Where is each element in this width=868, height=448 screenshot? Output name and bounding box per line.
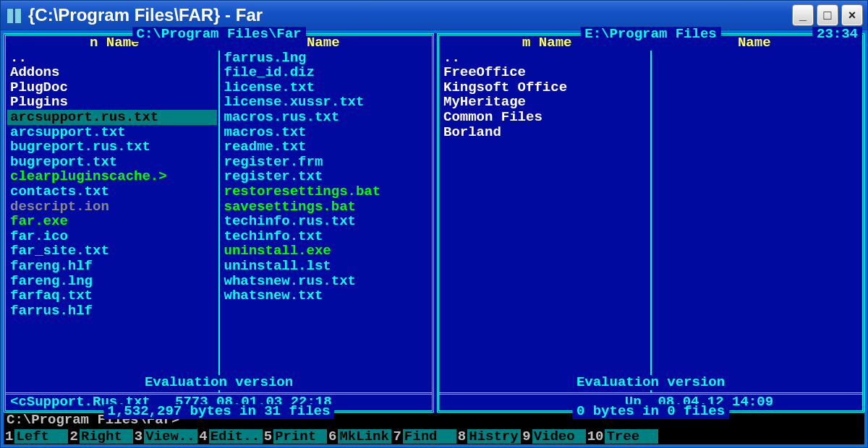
fkey-9[interactable]: 9Video — [521, 428, 585, 444]
file-item[interactable]: readme.txt — [221, 139, 431, 155]
fkey-10[interactable]: 10Tree — [586, 428, 659, 444]
fkey-4[interactable]: 4Edit.. — [197, 428, 262, 444]
right-col-0: ..FreeOfficeKingsoft OfficeMyHeritageCom… — [439, 51, 652, 392]
fkey-number: 7 — [391, 429, 402, 444]
file-item[interactable]: whatsnew.rus.txt — [221, 274, 431, 289]
file-item[interactable]: savesettings.bat — [221, 199, 431, 215]
file-item[interactable]: .. — [441, 51, 649, 66]
fkey-number: 8 — [456, 429, 467, 444]
fkey-number: 1 — [4, 429, 14, 444]
file-item[interactable]: file_id.diz — [221, 65, 431, 80]
fkey-5[interactable]: 5Print — [263, 428, 327, 444]
file-item[interactable]: Common Files — [441, 110, 649, 125]
console: C:\Program Files\Far Evaluation version … — [1, 30, 867, 447]
file-item[interactable]: Addons — [7, 65, 217, 80]
fkey-label: View.. — [144, 429, 197, 444]
fkey-7[interactable]: 7Find — [391, 428, 456, 444]
function-key-bar: 1Left 2Right 3View..4Edit..5Print 6MkLin… — [4, 428, 864, 444]
app-icon — [7, 7, 21, 24]
file-item[interactable]: PlugDoc — [7, 80, 217, 95]
right-panel[interactable]: E:\Program Files 23:34 Evaluation versio… — [437, 33, 864, 413]
fkey-label: Edit.. — [209, 429, 263, 444]
file-item[interactable]: FreeOffice — [441, 65, 649, 80]
file-item[interactable]: farrus.lng — [221, 51, 431, 66]
left-eval: Evaluation version — [140, 375, 297, 390]
file-item[interactable]: Plugins — [7, 95, 217, 110]
fkey-3[interactable]: 3View.. — [133, 428, 197, 444]
file-item[interactable]: license.txt — [221, 80, 431, 95]
right-lists: ..FreeOfficeKingsoft OfficeMyHeritageCom… — [439, 51, 862, 392]
file-item[interactable]: restoresettings.bat — [221, 184, 431, 199]
file-item[interactable]: whatsnew.txt — [221, 288, 431, 303]
file-item[interactable]: MyHeritage — [441, 95, 649, 110]
file-item[interactable]: far.exe — [7, 214, 217, 229]
file-item[interactable]: macros.rus.txt — [221, 110, 431, 125]
file-item[interactable]: farrus.hlf — [7, 303, 217, 319]
left-col-0: ..AddonsPlugDocPluginsarcsupport.rus.txt… — [6, 51, 220, 392]
right-path: E:\Program Files — [580, 27, 720, 42]
file-item[interactable]: uninstall.exe — [221, 244, 431, 259]
fkey-number: 10 — [586, 429, 605, 444]
left-bytes: 1,532,297 bytes in 31 files — [103, 404, 335, 419]
file-item[interactable]: clearpluginscache.> — [7, 169, 217, 184]
file-item[interactable]: fareng.hlf — [7, 259, 217, 274]
panels: C:\Program Files\Far Evaluation version … — [4, 33, 864, 413]
titlebar[interactable]: {C:\Program Files\FAR} - Far _ □ × — [1, 1, 867, 30]
file-item[interactable]: register.frm — [221, 155, 431, 170]
file-item[interactable]: arcsupport.txt — [7, 125, 217, 140]
right-col-1 — [652, 51, 863, 392]
clock: 23:34 — [812, 27, 862, 42]
window-buttons: _ □ × — [792, 4, 863, 26]
file-item[interactable]: techinfo.rus.txt — [221, 214, 431, 229]
file-item[interactable]: Kingsoft Office — [441, 80, 649, 95]
close-button[interactable]: × — [841, 4, 863, 26]
right-eval: Evaluation version — [572, 375, 729, 390]
window-title: {C:\Program Files\FAR} - Far — [28, 5, 792, 25]
fkey-number: 4 — [197, 429, 208, 444]
fkey-label: Histry — [467, 429, 521, 444]
left-panel[interactable]: C:\Program Files\Far Evaluation version … — [4, 33, 434, 413]
file-item[interactable]: register.txt — [221, 169, 431, 184]
file-item[interactable]: license.xussr.txt — [221, 95, 431, 110]
fkey-number: 5 — [263, 429, 273, 444]
file-item[interactable]: bugreport.txt — [7, 155, 217, 170]
fkey-number: 3 — [133, 429, 144, 444]
fkey-label: MkLink — [338, 429, 391, 444]
file-item[interactable]: .. — [7, 51, 217, 66]
file-item[interactable]: contacts.txt — [7, 184, 217, 199]
left-lists: ..AddonsPlugDocPluginsarcsupport.rus.txt… — [6, 51, 432, 392]
file-item[interactable]: macros.txt — [221, 125, 431, 140]
file-item[interactable]: techinfo.txt — [221, 229, 431, 244]
file-item-selected[interactable]: arcsupport.rus.txt — [7, 110, 217, 125]
fkey-label: Print — [273, 429, 327, 444]
fkey-number: 9 — [521, 429, 532, 444]
file-item[interactable]: Borland — [441, 125, 649, 140]
fkey-1[interactable]: 1Left — [4, 428, 68, 444]
file-item[interactable]: far.ico — [7, 229, 217, 244]
file-item[interactable]: farfaq.txt — [7, 288, 217, 303]
fkey-label: Video — [532, 429, 586, 444]
fkey-label: Find — [403, 429, 456, 444]
right-bytes: 0 bytes in 0 files — [572, 404, 729, 419]
file-item[interactable]: descript.ion — [7, 199, 217, 215]
file-item[interactable]: uninstall.lst — [221, 259, 431, 274]
fkey-label: Tree — [605, 429, 658, 444]
file-item[interactable]: bugreport.rus.txt — [7, 139, 217, 155]
far-window: {C:\Program Files\FAR} - Far _ □ × C:\Pr… — [0, 0, 868, 448]
fkey-label: Right — [80, 429, 133, 444]
fkey-2[interactable]: 2Right — [68, 428, 132, 444]
file-item[interactable]: far_site.txt — [7, 244, 217, 259]
fkey-label: Left — [14, 429, 68, 444]
fkey-number: 2 — [68, 429, 79, 444]
left-path: C:\Program Files\Far — [132, 27, 305, 42]
file-item[interactable]: fareng.lng — [7, 274, 217, 289]
minimize-button[interactable]: _ — [792, 4, 814, 26]
fkey-8[interactable]: 8Histry — [456, 428, 521, 444]
left-col-1: farrus.lngfile_id.dizlicense.txtlicense.… — [220, 51, 433, 392]
fkey-number: 6 — [327, 429, 338, 444]
fkey-6[interactable]: 6MkLink — [327, 428, 391, 444]
maximize-button[interactable]: □ — [817, 4, 838, 26]
